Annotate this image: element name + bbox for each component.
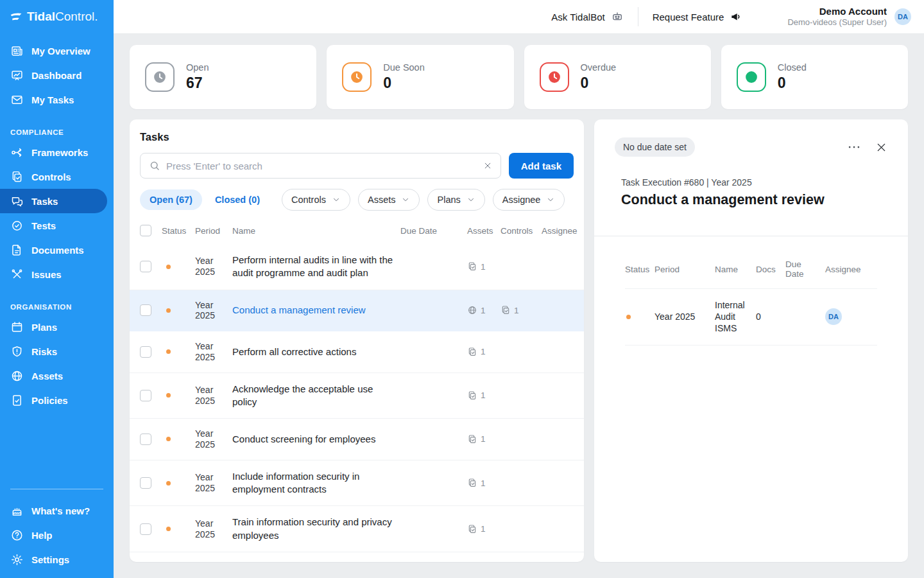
sidebar-item-label: Tests xyxy=(31,220,56,231)
stat-label: Due Soon xyxy=(383,62,425,73)
sidebar-item-label: Risks xyxy=(31,346,57,357)
row-name[interactable]: Include information security in employme… xyxy=(232,470,395,496)
sidebar-item[interactable]: Policies xyxy=(0,388,107,412)
sidebar-item-icon xyxy=(10,93,24,107)
stat-card[interactable]: Overdue 0 xyxy=(524,45,711,109)
sidebar-item[interactable]: Controls xyxy=(0,164,107,189)
clear-search-icon[interactable] xyxy=(483,161,492,170)
table-row[interactable]: Year 2025 Acknowledge the acceptable use… xyxy=(130,373,584,419)
sidebar-footer-item-label: What's new? xyxy=(31,505,90,516)
tasks-panel: Tasks Add task Open (67) Closed (0) xyxy=(130,119,584,562)
sidebar-footer-item[interactable]: Help xyxy=(0,523,107,547)
stat-clock-icon xyxy=(145,62,175,92)
sidebar-item-label: Assets xyxy=(31,371,63,381)
stat-cards: Open 67 Due Soon 0 Overdue 0 xyxy=(130,45,908,109)
sidebar-item-icon xyxy=(10,195,24,208)
assignee-avatar[interactable]: DA xyxy=(825,308,842,325)
stat-card[interactable]: Open 67 xyxy=(130,45,316,109)
sidebar-item[interactable]: Documents xyxy=(0,238,107,262)
row-checkbox[interactable] xyxy=(140,390,151,401)
filter-dropdown[interactable]: Plans xyxy=(427,189,484,211)
controls-copy-icon xyxy=(467,434,477,444)
more-options-icon[interactable] xyxy=(847,140,861,154)
account-name: Demo Account xyxy=(787,6,887,18)
sidebar-item-label: Frameworks xyxy=(31,147,88,158)
sidebar-nav: My Overview Dashboard My Tasks COMPLIANC… xyxy=(0,32,114,481)
stat-card[interactable]: Due Soon 0 xyxy=(327,45,513,109)
row-checkbox[interactable] xyxy=(140,434,151,445)
sidebar-item-label: Plans xyxy=(31,322,57,333)
row-name[interactable]: Acknowledge the acceptable use policy xyxy=(232,383,395,409)
sidebar-item[interactable]: Tasks xyxy=(0,189,107,213)
col-assignee: Assignee xyxy=(542,226,574,236)
search-icon xyxy=(149,160,160,171)
select-all-checkbox[interactable] xyxy=(140,225,151,236)
sidebar-item[interactable]: Tests xyxy=(0,213,107,238)
add-task-button[interactable]: Add task xyxy=(509,153,574,179)
filter-closed-chip[interactable]: Closed (0) xyxy=(210,189,265,210)
row-checkbox[interactable] xyxy=(140,261,151,272)
chevron-down-icon xyxy=(466,195,475,204)
stat-value: 0 xyxy=(383,74,425,92)
table-row[interactable]: Year 2025 Conduct a management review 1 … xyxy=(130,290,584,332)
stat-card[interactable]: Closed 0 xyxy=(721,45,908,109)
table-row[interactable]: Year 2025 Conduct screening for employee… xyxy=(130,419,584,460)
sidebar-item[interactable]: Dashboard xyxy=(0,63,107,87)
table-row[interactable]: Year 2025 Implement awareness training f… xyxy=(130,552,584,562)
row-name[interactable]: Train information security and privacy e… xyxy=(232,516,395,542)
filter-open-chip[interactable]: Open (67) xyxy=(140,189,202,210)
sidebar-item[interactable]: Assets xyxy=(0,363,107,388)
row-name[interactable]: Conduct screening for employees xyxy=(232,433,395,446)
linked-assessment-row[interactable]: Year 2025 Internal Audit ISMS 0 DA xyxy=(625,289,877,346)
sidebar-item[interactable]: Issues xyxy=(0,262,107,286)
table-row[interactable]: Year 2025 Train information security and… xyxy=(130,506,584,552)
filter-dropdown[interactable]: Assets xyxy=(358,189,420,211)
close-icon[interactable] xyxy=(875,141,887,153)
sidebar-footer-item[interactable]: Settings xyxy=(0,547,107,572)
stat-value: 67 xyxy=(186,74,209,92)
sidebar-item-icon xyxy=(10,268,24,281)
sidebar-item[interactable]: My Tasks xyxy=(0,87,107,112)
row-name[interactable]: Perform internal audits in line with the… xyxy=(232,254,395,280)
row-checkbox[interactable] xyxy=(140,523,151,535)
task-rows: Year 2025 Perform internal audits in lin… xyxy=(130,244,584,562)
account-avatar[interactable]: DA xyxy=(894,8,911,25)
sidebar-item-label: Tasks xyxy=(31,196,58,207)
row-checkbox[interactable] xyxy=(140,346,151,358)
controls-copy-icon xyxy=(467,524,477,534)
row-name[interactable]: Conduct a management review xyxy=(232,304,395,317)
request-feature-button[interactable]: Request Feature xyxy=(638,0,757,33)
col-status: Status xyxy=(625,265,651,274)
sidebar-item-icon xyxy=(10,320,24,334)
search-input[interactable] xyxy=(166,161,477,171)
globe-icon xyxy=(467,305,477,315)
filter-dropdown[interactable]: Controls xyxy=(282,189,350,211)
chevron-down-icon xyxy=(401,195,410,204)
table-row[interactable]: Year 2025 Perform internal audits in lin… xyxy=(130,244,584,290)
col-assets: Assets xyxy=(467,226,495,236)
filter-dropdown-label: Assets xyxy=(368,195,396,205)
brand-logo[interactable]: TidalControl. xyxy=(0,0,114,32)
row-name[interactable]: Perform all corrective actions xyxy=(232,346,395,358)
filter-dropdown[interactable]: Assignee xyxy=(493,189,565,211)
sidebar-item[interactable]: My Overview xyxy=(0,39,107,63)
col-docs: Docs xyxy=(756,265,782,274)
stat-clock-icon xyxy=(737,62,766,92)
sidebar-footer-item[interactable]: What's new? xyxy=(0,498,107,523)
account-info[interactable]: Demo Account Demo-videos (Super User) xyxy=(787,6,887,28)
row-controls-count: 1 xyxy=(467,434,495,444)
filter-dropdown-label: Controls xyxy=(291,195,326,205)
sidebar-item[interactable]: Frameworks xyxy=(0,140,107,164)
table-row[interactable]: Year 2025 Perform all corrective actions… xyxy=(130,331,584,373)
linked-assessments-table: Status Period Name Docs Due Date Assigne… xyxy=(615,259,887,346)
table-row[interactable]: Year 2025 Include information security i… xyxy=(130,460,584,507)
sidebar-item[interactable]: Plans xyxy=(0,315,107,339)
sidebar-footer-item-label: Help xyxy=(31,530,53,541)
ask-tidalbot-label: Ask TidalBot xyxy=(551,12,604,22)
row-period: Year 2025 xyxy=(195,256,227,277)
row-checkbox[interactable] xyxy=(140,477,151,489)
topbar: Ask TidalBot Request Feature Demo Accoun… xyxy=(114,0,924,34)
sidebar-item[interactable]: Risks xyxy=(0,339,107,363)
ask-tidalbot-button[interactable]: Ask TidalBot xyxy=(537,0,637,33)
row-checkbox[interactable] xyxy=(140,304,151,316)
